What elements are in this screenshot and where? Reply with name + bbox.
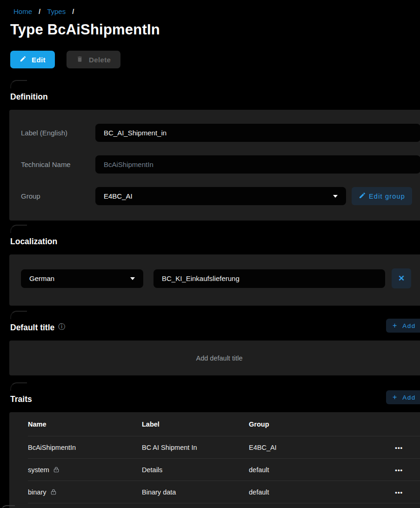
- trait-label: BC AI Shipment In: [142, 444, 249, 451]
- technical-name-value: BcAiShipmentIn: [104, 160, 153, 168]
- field-label: Label (English): [21, 129, 95, 137]
- info-icon: ⓘ: [58, 323, 65, 330]
- language-select[interactable]: German: [21, 269, 143, 288]
- table-row[interactable]: binary Binary data default •••: [28, 481, 420, 503]
- row-menu-icon[interactable]: •••: [395, 444, 403, 451]
- field-row-group: Group E4BC_AI Edit group: [21, 187, 420, 205]
- trait-name: BcAiShipmentIn: [28, 444, 76, 451]
- field-row-technical-name: Technical Name BcAiShipmentIn: [21, 155, 420, 174]
- trait-label: Binary data: [142, 488, 249, 496]
- delete-button-label: Delete: [89, 56, 111, 64]
- field-label: Technical Name: [21, 160, 95, 168]
- label-english-input[interactable]: BC_AI_Shipment_in: [95, 124, 420, 142]
- breadcrumb-link-types[interactable]: Types: [47, 7, 66, 15]
- trait-group: E4BC_AI: [249, 444, 387, 451]
- next-section-corner: [1, 505, 15, 508]
- add-default-title-button[interactable]: + Add: [386, 319, 420, 333]
- breadcrumb-separator: /: [72, 7, 74, 15]
- column-header-label: Label: [142, 421, 249, 428]
- column-header-name: Name: [28, 421, 142, 428]
- definition-section: Definition Label (English) BC_AI_Shipmen…: [9, 80, 420, 221]
- row-menu-icon[interactable]: •••: [395, 489, 403, 496]
- plus-icon: +: [393, 321, 397, 330]
- pencil-icon: [359, 192, 366, 201]
- remove-localization-button[interactable]: ✕: [392, 268, 411, 288]
- localization-card: German BC_KI_Einkaufslieferung ✕: [9, 254, 420, 306]
- field-row-label-english: Label (English) BC_AI_Shipment_in: [21, 124, 420, 142]
- page-title: Type BcAiShipmentIn: [10, 21, 420, 38]
- table-row[interactable]: system Details default •••: [28, 459, 420, 481]
- close-icon: ✕: [398, 274, 405, 283]
- breadcrumb-link-home[interactable]: Home: [13, 7, 32, 15]
- edit-button-label: Edit: [32, 56, 46, 64]
- localization-value: BC_KI_Einkaufslieferung: [162, 274, 240, 282]
- default-title-placeholder: Add default title: [196, 354, 243, 362]
- plus-icon: +: [393, 393, 397, 401]
- lock-icon: [50, 488, 57, 495]
- breadcrumb-separator: /: [39, 7, 40, 15]
- field-label: Group: [21, 192, 95, 200]
- group-select[interactable]: E4BC_AI: [95, 187, 346, 205]
- row-menu-icon[interactable]: •••: [395, 467, 403, 474]
- chevron-down-icon: [333, 195, 338, 198]
- toolbar: Edit Delete: [10, 51, 420, 68]
- column-header-group: Group: [249, 421, 387, 428]
- traits-section: Traits + Add Name Label Group BcAiShipme…: [9, 382, 420, 508]
- delete-button[interactable]: Delete: [67, 51, 120, 68]
- trait-label: Details: [142, 466, 249, 474]
- default-title-card[interactable]: Add default title: [9, 341, 420, 375]
- lock-icon: [53, 466, 60, 473]
- definition-heading: Definition: [10, 92, 48, 102]
- default-title-section: Default title ⓘ + Add Add default title: [9, 311, 420, 375]
- localization-input[interactable]: BC_KI_Einkaufslieferung: [153, 269, 385, 288]
- localization-heading: Localization: [10, 237, 57, 247]
- edit-group-label: Edit group: [369, 193, 405, 200]
- traits-heading: Traits: [10, 394, 32, 404]
- add-trait-button[interactable]: + Add: [386, 390, 420, 404]
- pencil-icon: [20, 55, 27, 64]
- trait-name: system: [28, 466, 49, 474]
- traits-table: Name Label Group BcAiShipmentIn BC AI Sh…: [9, 412, 420, 508]
- trait-group: default: [249, 488, 387, 496]
- localization-section: Localization German BC_KI_Einkaufsliefer…: [9, 225, 420, 306]
- table-header-row: Name Label Group: [28, 412, 420, 436]
- add-button-label: Add: [402, 322, 416, 329]
- language-select-value: German: [29, 274, 54, 282]
- default-title-heading: Default title: [10, 323, 54, 333]
- trait-name: binary: [28, 488, 47, 496]
- technical-name-input[interactable]: BcAiShipmentIn: [95, 155, 420, 174]
- group-select-value: E4BC_AI: [104, 192, 133, 200]
- edit-button[interactable]: Edit: [10, 51, 55, 68]
- breadcrumb: Home / Types /: [13, 7, 420, 15]
- trait-group: default: [249, 466, 387, 474]
- label-english-value: BC_AI_Shipment_in: [104, 129, 167, 137]
- trash-icon: [76, 55, 83, 64]
- add-button-label: Add: [402, 394, 416, 401]
- table-row[interactable]: BcAiShipmentIn BC AI Shipment In E4BC_AI…: [28, 436, 420, 459]
- chevron-down-icon: [130, 277, 135, 280]
- edit-group-button[interactable]: Edit group: [352, 187, 412, 205]
- definition-card: Label (English) BC_AI_Shipment_in Techni…: [9, 110, 420, 221]
